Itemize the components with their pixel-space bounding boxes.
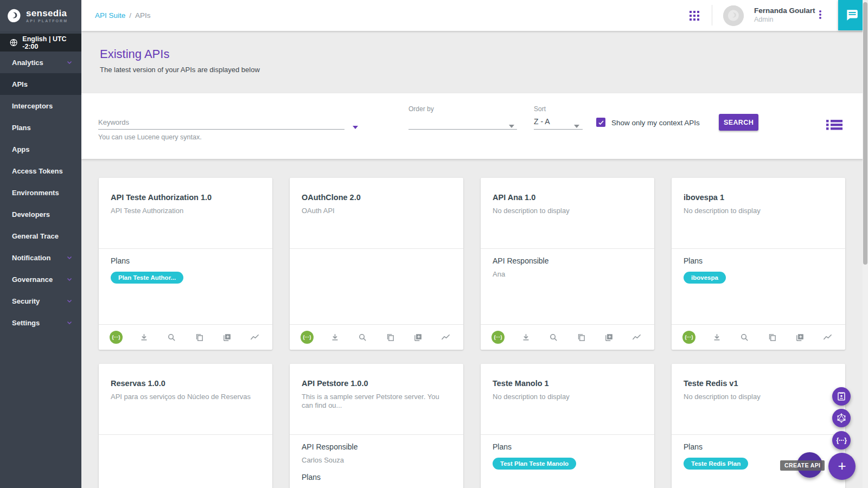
api-card-actions: (···) (290, 324, 463, 350)
order-by-caret-icon[interactable] (509, 125, 514, 128)
sidebar-item-interceptors[interactable]: Interceptors (0, 95, 81, 117)
api-card-description: OAuth API (302, 207, 451, 215)
chevron-down-icon (66, 254, 73, 261)
sidebar-item-apps[interactable]: Apps (0, 138, 81, 160)
export-download-icon[interactable] (328, 331, 341, 344)
copy-icon[interactable] (384, 331, 397, 344)
new-version-icon[interactable] (221, 331, 234, 344)
search-icon[interactable] (165, 331, 178, 344)
chevron-down-icon (66, 319, 73, 326)
api-contract-icon[interactable]: (···) (682, 331, 695, 344)
chevron-down-icon (66, 298, 73, 304)
api-card-description: No description to display (493, 207, 642, 215)
api-contract-icon[interactable]: (···) (492, 331, 505, 344)
search-icon[interactable] (547, 331, 560, 344)
api-card-body (99, 434, 272, 488)
api-card[interactable]: API Petstore 1.0.0 This is a sample serv… (290, 364, 463, 488)
api-contract-icon[interactable]: (···) (301, 331, 314, 344)
copy-icon[interactable] (193, 331, 206, 344)
sidebar-item-notification[interactable]: Notification (0, 247, 81, 268)
chevron-down-icon (66, 276, 73, 282)
card-section-label: Plans (684, 256, 833, 265)
brand-logo[interactable]: sensedia API PLATFORM (0, 0, 81, 31)
filter-bar: Keywords You can use Lucene query syntax… (81, 93, 868, 159)
plan-chip[interactable]: Plan Teste Author... (111, 272, 183, 284)
api-card[interactable]: OAuthClone 2.0 OAuth API (···) (290, 178, 463, 350)
analytics-trend-icon[interactable] (821, 331, 834, 344)
api-card-title: Reservas 1.0.0 (111, 379, 260, 388)
api-card[interactable]: Teste Manolo 1 No description to display… (481, 364, 654, 488)
api-card[interactable]: API Teste Authorization 1.0 API Teste Au… (99, 178, 272, 350)
export-download-icon[interactable] (710, 331, 723, 344)
braces-icon: {···} (837, 436, 847, 444)
analytics-trend-icon[interactable] (248, 331, 261, 344)
plan-chip[interactable]: Test Plan Teste Manolo (493, 458, 576, 470)
sidebar-item-environments[interactable]: Environments (0, 182, 81, 203)
chat-icon (845, 8, 859, 22)
create-rest-api-fab[interactable]: {···} (832, 431, 851, 450)
api-card-actions: (···) (672, 324, 845, 350)
user-menu-kebab-icon[interactable] (815, 9, 826, 22)
sidebar-item-developers[interactable]: Developers (0, 203, 81, 225)
card-section-label: Plans (302, 473, 451, 481)
keywords-input[interactable]: Keywords (98, 118, 129, 126)
new-version-icon[interactable] (794, 331, 807, 344)
sort-select[interactable]: Z - A (534, 117, 550, 126)
chat-button[interactable] (838, 0, 865, 30)
add-fab[interactable]: + (828, 453, 856, 480)
plan-chip[interactable]: ibovespa (684, 272, 726, 284)
api-contract-icon[interactable]: (···) (110, 331, 123, 344)
keywords-dropdown-caret-icon[interactable] (353, 126, 358, 129)
api-card-actions: (···) (99, 324, 272, 350)
user-info[interactable]: Fernanda Goulart Admin (754, 7, 815, 23)
export-download-icon[interactable] (137, 331, 150, 344)
sidebar-nav: Analytics APIs Interceptors Plans Apps A… (0, 52, 81, 333)
sidebar-item-security[interactable]: Security (0, 290, 81, 312)
sidebar-item-settings[interactable]: Settings (0, 312, 81, 333)
app-root: sensedia API PLATFORM English | UTC -2:0… (0, 0, 868, 488)
search-button[interactable]: SEARCH (719, 114, 758, 131)
search-icon[interactable] (738, 331, 751, 344)
api-card[interactable]: ibovespa 1 No description to display Pla… (672, 178, 845, 350)
apps-grid-icon[interactable] (688, 9, 701, 22)
breadcrumb-current: APIs (135, 11, 151, 20)
sidebar-item-governance[interactable]: Governance (0, 268, 81, 290)
globe-icon (10, 38, 17, 47)
create-graphql-api-fab[interactable] (832, 409, 851, 427)
breadcrumb-separator: / (129, 11, 131, 20)
api-card-description: No description to display (684, 393, 833, 401)
create-api-template-fab[interactable] (832, 387, 851, 406)
context-apis-checkbox[interactable] (596, 118, 605, 127)
copy-icon[interactable] (575, 331, 588, 344)
api-card[interactable]: API Ana 1.0 No description to display AP… (481, 178, 654, 350)
export-download-icon[interactable] (519, 331, 532, 344)
analytics-trend-icon[interactable] (439, 331, 452, 344)
api-card[interactable]: Reservas 1.0.0 API para os serviços do N… (99, 364, 272, 488)
sidebar-item-access-tokens[interactable]: Access Tokens (0, 160, 81, 182)
copy-icon[interactable] (766, 331, 779, 344)
plan-chip[interactable]: Teste Redis Plan (684, 458, 748, 470)
search-icon[interactable] (356, 331, 369, 344)
avatar[interactable] (723, 5, 744, 26)
analytics-trend-icon[interactable] (630, 331, 643, 344)
locale-selector[interactable]: English | UTC -2:00 (0, 34, 81, 52)
new-version-icon[interactable] (603, 331, 616, 344)
card-section-value: Carlos Souza (302, 456, 451, 464)
api-card-description: API Teste Authorization (111, 207, 260, 215)
list-view-toggle-icon[interactable] (826, 120, 843, 132)
scrollbar-track[interactable] (863, 0, 868, 488)
new-version-icon[interactable] (412, 331, 425, 344)
api-cards-grid: API Teste Authorization 1.0 API Teste Au… (99, 178, 845, 488)
order-by-label: Order by (409, 105, 434, 113)
sidebar-item-apis[interactable]: APIs (0, 73, 81, 95)
sort-caret-icon[interactable] (574, 125, 579, 128)
card-section-label: API Responsible (302, 442, 451, 451)
sidebar-item-plans[interactable]: Plans (0, 117, 81, 138)
scrollbar-thumb[interactable] (863, 2, 867, 265)
sidebar-item-general-trace[interactable]: General Trace (0, 225, 81, 247)
breadcrumb-api-suite[interactable]: API Suite (95, 11, 125, 20)
locale-label: English | UTC -2:00 (22, 35, 81, 50)
sidebar-item-analytics[interactable]: Analytics (0, 52, 81, 73)
brand-name: sensedia (26, 9, 68, 18)
api-card-title: API Petstore 1.0.0 (302, 379, 451, 388)
